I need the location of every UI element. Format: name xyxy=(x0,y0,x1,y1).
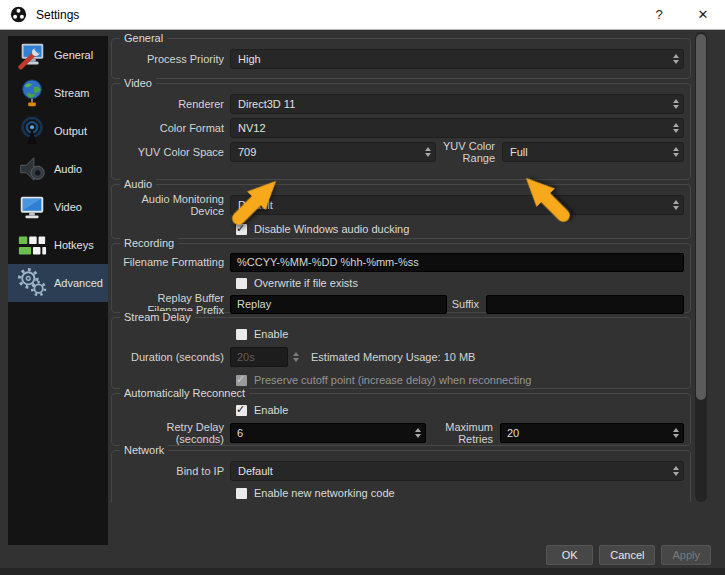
replay-suffix-label: Suffix xyxy=(447,298,486,310)
section-recording: Recording Filename Formatting %CCYY-%MM-… xyxy=(111,243,691,313)
bind-to-ip-select[interactable]: Default xyxy=(230,461,684,481)
disable-audio-ducking-label: Disable Windows audio ducking xyxy=(254,223,409,235)
disable-audio-ducking-checkbox[interactable] xyxy=(236,224,247,235)
chevron-updown-icon xyxy=(673,424,679,442)
estimated-memory-usage-text: Estimated Memory Usage: 10 MB xyxy=(311,351,475,363)
duration-seconds-label: Duration (seconds) xyxy=(117,351,230,363)
renderer-label: Renderer xyxy=(117,98,230,110)
preserve-cutoff-label: Preserve cutoff point (increase delay) w… xyxy=(254,374,531,386)
chevron-updown-icon xyxy=(673,119,679,137)
video-icon xyxy=(16,191,48,223)
chevron-updown-icon xyxy=(415,424,421,442)
sidebar-label-output: Output xyxy=(54,125,87,137)
overwrite-if-exists-label: Overwrite if file exists xyxy=(254,277,358,289)
color-format-select[interactable]: NV12 xyxy=(230,118,684,138)
new-networking-code-checkbox[interactable] xyxy=(236,488,247,499)
chevron-updown-icon xyxy=(425,143,431,161)
section-video: Video Renderer Direct3D 11 Color Format … xyxy=(111,83,691,180)
reconnect-enable-label: Enable xyxy=(254,404,288,416)
hotkeys-icon xyxy=(16,229,48,261)
section-general: General Process Priority High xyxy=(111,38,691,79)
stream-icon xyxy=(16,77,48,109)
section-video-title: Video xyxy=(120,77,156,89)
filename-formatting-input[interactable]: %CCYY-%MM-%DD %hh-%mm-%ss xyxy=(230,253,684,272)
advanced-icon xyxy=(16,267,48,299)
window-bottom-edge xyxy=(0,568,725,575)
maximum-retries-label: Maximum Retries xyxy=(426,421,500,445)
retry-delay-spinbox[interactable]: 6 xyxy=(230,423,426,443)
sidebar-item-general[interactable]: General xyxy=(8,36,108,74)
cancel-button[interactable]: Cancel xyxy=(599,545,655,565)
window-title: Settings xyxy=(36,8,79,22)
apply-button[interactable]: Apply xyxy=(661,545,711,565)
sidebar-label-hotkeys: Hotkeys xyxy=(54,239,94,251)
process-priority-select[interactable]: High xyxy=(230,49,684,69)
footer-button-bar: OK Cancel Apply xyxy=(0,541,725,568)
title-bar: Settings ? ✕ xyxy=(0,0,725,30)
obs-logo-icon xyxy=(10,6,27,23)
section-audio: Audio Audio Monitoring Device Default Di… xyxy=(111,184,691,239)
yuv-color-space-label: YUV Color Space xyxy=(117,146,230,158)
sidebar-label-video: Video xyxy=(54,201,82,213)
section-auto-reconnect: Automatically Reconnect Enable Retry Del… xyxy=(111,393,691,446)
settings-scroll-area: General Process Priority High Video Rend… xyxy=(111,32,691,502)
chevron-updown-icon xyxy=(673,462,679,480)
sidebar-item-audio[interactable]: Audio xyxy=(8,150,108,188)
general-icon xyxy=(16,39,48,71)
settings-dialog: General Stream xyxy=(0,30,725,575)
yuv-color-range-label: YUV Color Range xyxy=(436,140,502,164)
section-general-title: General xyxy=(120,32,167,44)
sidebar-label-stream: Stream xyxy=(54,87,89,99)
chevron-updown-icon xyxy=(673,196,679,214)
audio-monitoring-device-label: Audio Monitoring Device xyxy=(117,193,230,217)
overwrite-if-exists-checkbox[interactable] xyxy=(236,278,247,289)
sidebar: General Stream xyxy=(8,36,108,545)
audio-monitoring-device-select[interactable]: Default xyxy=(230,195,684,215)
section-stream-delay-title: Stream Delay xyxy=(120,311,195,323)
help-button[interactable]: ? xyxy=(639,0,679,30)
sidebar-item-output[interactable]: Output xyxy=(8,112,108,150)
chevron-updown-icon xyxy=(673,95,679,113)
color-format-label: Color Format xyxy=(117,122,230,134)
sidebar-label-general: General xyxy=(54,49,93,61)
reconnect-enable-checkbox[interactable] xyxy=(236,405,247,416)
filename-formatting-label: Filename Formatting xyxy=(117,256,230,268)
yuv-color-range-select[interactable]: Full xyxy=(502,142,684,162)
chevron-updown-icon xyxy=(293,352,299,362)
section-recording-title: Recording xyxy=(120,237,178,249)
renderer-select[interactable]: Direct3D 11 xyxy=(230,94,684,114)
duration-seconds-spinbox[interactable]: 20s xyxy=(230,347,288,367)
retry-delay-label: Retry Delay (seconds) xyxy=(117,421,230,445)
new-networking-code-label: Enable new networking code xyxy=(254,487,395,499)
section-auto-reconnect-title: Automatically Reconnect xyxy=(120,387,249,399)
sidebar-item-advanced[interactable]: Advanced xyxy=(8,264,108,302)
section-audio-title: Audio xyxy=(120,178,156,190)
maximum-retries-spinbox[interactable]: 20 xyxy=(500,423,684,443)
close-button[interactable]: ✕ xyxy=(683,0,723,30)
sidebar-item-stream[interactable]: Stream xyxy=(8,74,108,112)
output-icon xyxy=(16,115,48,147)
yuv-color-space-select[interactable]: 709 xyxy=(230,142,436,162)
replay-suffix-input[interactable] xyxy=(486,295,684,314)
section-stream-delay: Stream Delay Enable Duration (seconds) 2… xyxy=(111,317,691,389)
sidebar-label-advanced: Advanced xyxy=(54,277,103,289)
stream-delay-enable-label: Enable xyxy=(254,328,288,340)
chevron-updown-icon xyxy=(673,143,679,161)
section-network-title: Network xyxy=(120,444,168,456)
chevron-updown-icon xyxy=(673,50,679,68)
sidebar-item-hotkeys[interactable]: Hotkeys xyxy=(8,226,108,264)
vertical-scrollbar[interactable] xyxy=(695,32,707,502)
ok-button[interactable]: OK xyxy=(546,545,593,565)
sidebar-item-video[interactable]: Video xyxy=(8,188,108,226)
preserve-cutoff-checkbox[interactable] xyxy=(236,375,247,386)
section-network: Network Bind to IP Default Enable new ne… xyxy=(111,450,691,502)
scrollbar-thumb[interactable] xyxy=(696,34,706,400)
replay-prefix-input[interactable]: Replay xyxy=(230,295,447,314)
stream-delay-enable-checkbox[interactable] xyxy=(236,329,247,340)
sidebar-label-audio: Audio xyxy=(54,163,82,175)
process-priority-label: Process Priority xyxy=(117,53,230,65)
audio-icon xyxy=(16,153,48,185)
bind-to-ip-label: Bind to IP xyxy=(117,465,230,477)
